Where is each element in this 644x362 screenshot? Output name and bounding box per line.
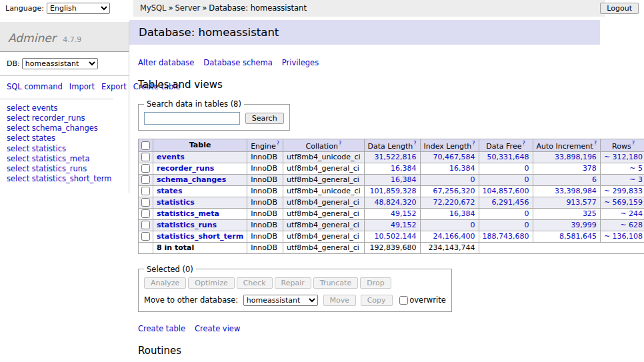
index_length-cell: 70,467,584 [420,151,479,163]
tables-heading: Tables and views [138,79,600,91]
row-checkbox-statistics-meta[interactable] [141,209,150,218]
drop-button[interactable]: Drop [360,277,391,289]
data_free-cell: 50,331,648 [479,151,533,163]
col-header-data-length: Data Length? [364,139,420,152]
rows-cell: ~ 3 [600,174,644,185]
sidebar-select-schema-changes[interactable]: select schema_changes [7,123,98,133]
auto_increment-cell: 6 [533,174,600,185]
sidebar-select-states[interactable]: select states [7,133,55,143]
engine-cell: InnoDB [247,231,283,242]
move-button[interactable]: Move [323,295,357,306]
sidebar-select-statistics-meta[interactable]: select statistics_meta [7,154,90,163]
total-blank-cell [600,242,644,253]
data_length-cell: 48,824,320 [364,197,420,208]
help-link[interactable]: ? [277,141,279,147]
move-label: Move to other database: [144,295,238,305]
row-checkbox-states[interactable] [141,187,150,195]
table-list-item: select statistics_short_term [7,175,122,183]
sidebar-select-statistics[interactable]: select statistics [7,144,66,153]
help-link[interactable]: ? [522,141,525,147]
select-all-checkbox[interactable] [141,141,150,150]
copy-button[interactable]: Copy [361,295,393,306]
sidebar-select-recorder-runs[interactable]: select recorder_runs [7,113,85,123]
index_length-cell: 24,166,400 [420,231,479,242]
engine-cell: InnoDB [247,185,283,197]
total-row: 8 in totalInnoDButf8mb4_general_ci192,83… [139,242,644,253]
selected-fieldset: Selected (0) AnalyzeOptimizeCheckRepairT… [138,265,452,312]
row-select-cell [139,219,153,231]
sidebar-select-events[interactable]: select events [7,103,58,113]
table-link-recorder-runs[interactable]: recorder_runs [157,164,214,173]
help-link[interactable]: ? [472,141,475,147]
table-list-item: select statistics_runs [7,165,122,173]
help-link[interactable]: ? [594,141,597,147]
rows-cell: ~ 628 [600,219,644,231]
table-link-events[interactable]: events [157,153,185,161]
data_free-cell: 0 [479,174,533,185]
help-link[interactable]: ? [413,141,416,147]
row-checkbox-statistics[interactable] [141,198,150,207]
engine-cell: InnoDB [247,219,283,231]
search-input[interactable] [144,112,240,125]
row-checkbox-statistics-runs[interactable] [141,221,150,229]
overwrite-option[interactable]: overwrite [399,295,446,305]
table-link-statistics-short-term[interactable]: statistics_short_term [157,232,243,241]
rows-cell: ~ 136,108 [600,231,644,242]
table-link-states[interactable]: states [157,187,183,195]
sidebar-link-import[interactable]: Import [69,82,95,91]
breadcrumb: MySQL»Server»Database: homeassistant [133,0,605,17]
optimize-button[interactable]: Optimize [188,277,234,289]
breadcrumb-current: Database: homeassistant [209,3,307,13]
move-db-select[interactable]: homeassistant [243,295,318,306]
row-checkbox-schema-changes[interactable] [141,175,150,184]
table-link-statistics-meta[interactable]: statistics_meta [157,209,219,218]
breadcrumb-mysql[interactable]: MySQL [140,3,167,13]
sidebar-select-statistics-short-term[interactable]: select statistics_short_term [7,174,111,183]
create-link-create-view[interactable]: Create view [195,324,240,333]
db-actions: Alter databaseDatabase schemaPrivileges [138,58,600,67]
analyze-button[interactable]: Analyze [144,277,186,289]
index_length-cell: 72,220,672 [420,197,479,208]
index_length-cell: 0 [420,219,479,231]
language-select[interactable]: English [47,3,110,14]
table-list-item: select states [7,134,122,143]
app-header: Adminer 4.7.9 [0,22,129,52]
action-link-privileges[interactable]: Privileges [282,58,319,67]
col-header-collation: Collation? [283,139,364,152]
table-link-statistics[interactable]: statistics [157,198,195,207]
breadcrumb-server[interactable]: Server [175,3,201,13]
routines-heading: Routines [138,345,600,357]
table-name-cell: events [153,151,247,163]
sidebar-select-statistics-runs[interactable]: select statistics_runs [7,164,87,173]
action-link-database-schema[interactable]: Database schema [203,58,272,67]
sidebar-link-sql-command[interactable]: SQL command [7,82,63,91]
sidebar-link-export[interactable]: Export [101,82,127,91]
search-button[interactable]: Search [245,113,284,124]
create-link-create-table[interactable]: Create table [138,324,185,333]
row-checkbox-events[interactable] [141,153,150,161]
overwrite-checkbox[interactable] [399,296,408,305]
row-checkbox-recorder-runs[interactable] [141,164,150,173]
adminer-logo[interactable]: Adminer [8,31,56,45]
auto_increment-cell: 8,581,645 [533,231,600,242]
help-link[interactable]: ? [339,141,341,147]
collation-cell: utf8mb4_general_ci [283,197,364,208]
help-link[interactable]: ? [632,141,635,147]
table-link-schema-changes[interactable]: schema_changes [157,175,226,184]
action-link-alter-database[interactable]: Alter database [138,58,194,67]
logout-button[interactable]: Logout [600,3,639,14]
check-button[interactable]: Check [237,277,273,289]
data_free-cell: 188,743,680 [479,231,533,242]
index_length-cell: 67,256,320 [420,185,479,197]
table-list-item: select statistics_meta [7,155,122,163]
repair-button[interactable]: Repair [275,277,311,289]
select-all-cell [139,139,153,152]
db-select[interactable]: homeassistant [22,58,98,69]
row-checkbox-statistics-short-term[interactable] [141,232,150,241]
auto_increment-cell: 33,398,984 [533,185,600,197]
table-link-statistics-runs[interactable]: statistics_runs [157,221,217,229]
selected-legend: Selected (0) [144,265,196,274]
table-list-item: select recorder_runs [7,114,122,123]
table-row: statistics_short_termInnoDButf8mb4_gener… [139,231,644,242]
truncate-button[interactable]: Truncate [313,277,358,289]
